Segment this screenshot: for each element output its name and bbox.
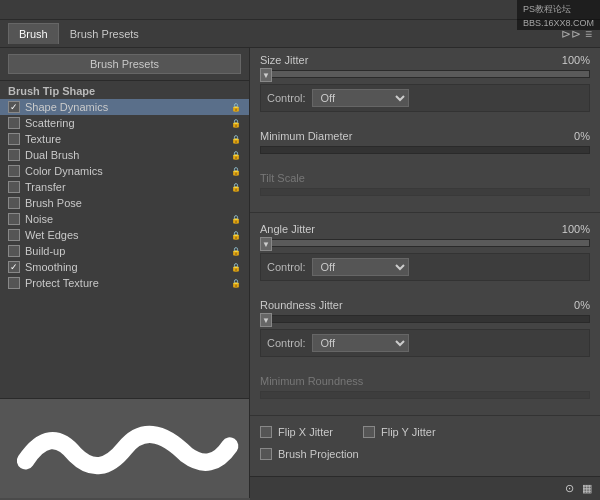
brush-preview: [0, 398, 249, 498]
brush-item-label: Shape Dynamics: [25, 101, 227, 113]
roundness-jitter-row: Roundness Jitter 0%: [260, 299, 590, 311]
roundness-jitter-arrow[interactable]: ▼: [260, 313, 272, 327]
angle-jitter-arrow[interactable]: ▼: [260, 237, 272, 251]
tilt-scale-row: Tilt Scale: [260, 172, 590, 184]
lock-icon: 🔒: [231, 231, 241, 240]
brush-item-label: Wet Edges: [25, 229, 227, 241]
min-roundness-slider: [260, 391, 590, 399]
brush-item-checkbox[interactable]: [8, 181, 20, 193]
min-roundness-row: Minimum Roundness: [260, 375, 590, 387]
top-bar: PS教程论坛 BBS.16XX8.COM: [0, 0, 600, 20]
angle-jitter-slider[interactable]: ▼: [260, 239, 590, 247]
brush-item-checkbox[interactable]: [8, 229, 20, 241]
brush-item[interactable]: Noise🔒: [0, 211, 249, 227]
angle-jitter-fill: [261, 240, 589, 246]
lock-icon: 🔒: [231, 135, 241, 144]
brush-item-label: Scattering: [25, 117, 227, 129]
tab-bar: Brush Brush Presets ⊳⊳ ≡: [0, 20, 600, 48]
tab-brush-presets[interactable]: Brush Presets: [59, 23, 150, 45]
flip-x-row: Flip X Jitter: [260, 426, 333, 438]
brush-item[interactable]: Smoothing🔒: [0, 259, 249, 275]
tab-brush[interactable]: Brush: [8, 23, 59, 44]
brush-item-checkbox[interactable]: [8, 245, 20, 257]
brush-item-label: Texture: [25, 133, 227, 145]
control3-select[interactable]: Off Fade Pen Pressure Pen Tilt: [312, 334, 409, 352]
brush-item-label: Noise: [25, 213, 227, 225]
bottom-icon-circle[interactable]: ⊙: [565, 482, 574, 495]
flip-y-label: Flip Y Jitter: [381, 426, 436, 438]
size-jitter-row: Size Jitter 100%: [260, 54, 590, 66]
roundness-jitter-section: Roundness Jitter 0% ▼ Control: Off Fade …: [250, 293, 600, 369]
roundness-control-row: Control: Off Fade Pen Pressure Pen Tilt: [260, 329, 590, 357]
size-jitter-slider[interactable]: ▼: [260, 70, 590, 78]
brush-item-checkbox[interactable]: [8, 149, 20, 161]
lock-icon: 🔒: [231, 279, 241, 288]
brush-item-label: Protect Texture: [25, 277, 227, 289]
brush-projection-checkbox[interactable]: [260, 448, 272, 460]
flip-x-label: Flip X Jitter: [278, 426, 333, 438]
brush-item[interactable]: Build-up🔒: [0, 243, 249, 259]
control3-label: Control:: [267, 337, 306, 349]
site-url: BBS.16XX8.COM: [523, 18, 594, 28]
divider2: [250, 415, 600, 416]
min-diameter-slider[interactable]: [260, 146, 590, 154]
brush-item[interactable]: Transfer🔒: [0, 179, 249, 195]
brush-item[interactable]: Wet Edges🔒: [0, 227, 249, 243]
brush-presets-btn-wrap: Brush Presets: [0, 48, 249, 81]
brush-item[interactable]: Scattering🔒: [0, 115, 249, 131]
brush-item[interactable]: Texture🔒: [0, 131, 249, 147]
brush-item[interactable]: Brush Pose: [0, 195, 249, 211]
control1-label: Control:: [267, 92, 306, 104]
lock-icon: 🔒: [231, 183, 241, 192]
roundness-jitter-slider[interactable]: ▼: [260, 315, 590, 323]
brush-item-label: Build-up: [25, 245, 227, 257]
brush-item-checkbox[interactable]: [8, 101, 20, 113]
brush-item-checkbox[interactable]: [8, 197, 20, 209]
brush-item[interactable]: Shape Dynamics🔒: [0, 99, 249, 115]
size-jitter-section: Size Jitter 100% ▼ Control: Off Fade Pen…: [250, 48, 600, 124]
min-roundness-section: Minimum Roundness: [250, 369, 600, 411]
brush-list: Shape Dynamics🔒Scattering🔒Texture🔒Dual B…: [0, 99, 249, 398]
brush-item-checkbox[interactable]: [8, 117, 20, 129]
brush-item[interactable]: Color Dynamics🔒: [0, 163, 249, 179]
control2-select[interactable]: Off Fade Pen Pressure Pen Tilt: [312, 258, 409, 276]
min-diameter-section: Minimum Diameter 0%: [250, 124, 600, 166]
min-roundness-label: Minimum Roundness: [260, 375, 590, 387]
angle-jitter-section: Angle Jitter 100% ▼ Control: Off Fade Pe…: [250, 217, 600, 293]
brush-projection-row: Brush Projection: [260, 448, 590, 460]
roundness-jitter-label: Roundness Jitter: [260, 299, 555, 311]
size-jitter-control-row: Control: Off Fade Pen Pressure Pen Tilt: [260, 84, 590, 112]
brush-item-label: Transfer: [25, 181, 227, 193]
brush-item[interactable]: Protect Texture🔒: [0, 275, 249, 291]
size-jitter-value: 100%: [555, 54, 590, 66]
brush-item-label: Dual Brush: [25, 149, 227, 161]
control1-select[interactable]: Off Fade Pen Pressure Pen Tilt: [312, 89, 409, 107]
flip-x-checkbox[interactable]: [260, 426, 272, 438]
tilt-scale-section: Tilt Scale: [250, 166, 600, 208]
brush-item-checkbox[interactable]: [8, 165, 20, 177]
brush-item[interactable]: Dual Brush🔒: [0, 147, 249, 163]
lock-icon: 🔒: [231, 119, 241, 128]
tilt-scale-slider: [260, 188, 590, 196]
site-name: PS教程论坛: [523, 4, 571, 14]
brush-presets-button[interactable]: Brush Presets: [8, 54, 241, 74]
right-panel: Size Jitter 100% ▼ Control: Off Fade Pen…: [250, 48, 600, 498]
min-diameter-value: 0%: [555, 130, 590, 142]
flip-y-checkbox[interactable]: [363, 426, 375, 438]
angle-jitter-value: 100%: [555, 223, 590, 235]
lock-icon: 🔒: [231, 151, 241, 160]
size-jitter-fill: [261, 71, 589, 77]
brush-item-checkbox[interactable]: [8, 213, 20, 225]
bottom-icon-grid[interactable]: ▦: [582, 482, 592, 495]
brush-item-checkbox[interactable]: [8, 133, 20, 145]
lock-icon: 🔒: [231, 247, 241, 256]
lock-icon: 🔒: [231, 103, 241, 112]
bottom-bar: ⊙ ▦: [250, 476, 600, 500]
angle-jitter-row: Angle Jitter 100%: [260, 223, 590, 235]
brush-item-checkbox[interactable]: [8, 277, 20, 289]
lock-icon: 🔒: [231, 215, 241, 224]
size-jitter-arrow[interactable]: ▼: [260, 68, 272, 82]
min-diameter-row: Minimum Diameter 0%: [260, 130, 590, 142]
brush-item-checkbox[interactable]: [8, 261, 20, 273]
angle-jitter-label: Angle Jitter: [260, 223, 555, 235]
